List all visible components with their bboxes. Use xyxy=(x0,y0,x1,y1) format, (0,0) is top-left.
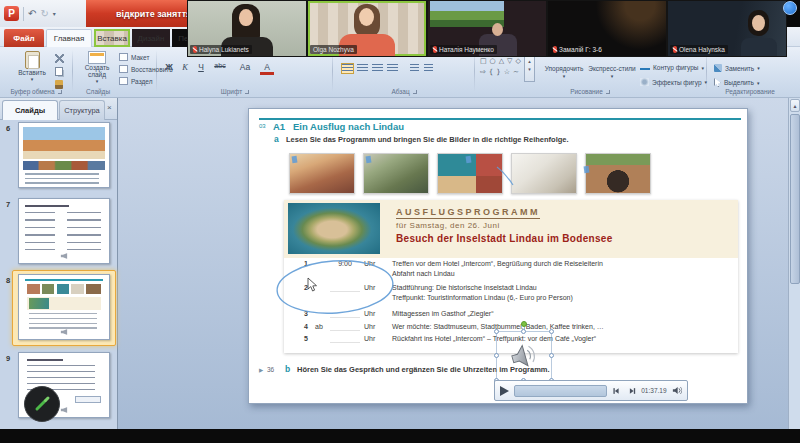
underline-button[interactable]: Ч xyxy=(194,62,208,72)
new-slide-button[interactable]: Создать слайд ▾ xyxy=(76,51,118,84)
row-number: 5 xyxy=(296,334,308,344)
shape-effects-button[interactable]: Эффекты фигур▾ xyxy=(640,78,707,86)
tab-insert[interactable]: Вставка xyxy=(94,29,130,47)
dialog-launcher-icon[interactable] xyxy=(58,90,62,94)
tab-home[interactable]: Главная xyxy=(46,29,92,47)
slide-thumbnail-6[interactable] xyxy=(18,122,110,188)
replace-button[interactable]: Заменить▾ xyxy=(714,64,760,72)
font-color-button[interactable]: A xyxy=(260,62,274,75)
shapes-gallery-scroll[interactable]: ▴ ▾ xyxy=(524,56,535,82)
slide-photo-5[interactable] xyxy=(585,153,651,194)
quick-styles-button[interactable]: Экспресс-стили▾ xyxy=(588,65,636,79)
slide-number: 8 xyxy=(6,276,10,285)
columns-icon[interactable] xyxy=(410,64,419,73)
tab-file[interactable]: Файл xyxy=(4,29,44,47)
dialog-launcher-icon[interactable] xyxy=(606,90,610,94)
dialog-launcher-icon[interactable] xyxy=(245,90,249,94)
italic-button[interactable]: К xyxy=(178,62,192,72)
program-row-1: 1 9:00 Uhr Treffen vor dem Hotel „Interc… xyxy=(296,259,728,278)
play-button[interactable] xyxy=(500,386,509,396)
shapes-gallery-row2[interactable]: ⇨{}☆~ xyxy=(480,68,522,76)
thumbnail-content xyxy=(75,396,101,403)
slide-photo-2[interactable] xyxy=(363,153,429,194)
thumbnail-content xyxy=(29,298,49,309)
slide-photo-1[interactable] xyxy=(289,153,355,194)
meeting-app-button[interactable] xyxy=(783,1,797,15)
participant-video-1[interactable]: Halyna Lukianets xyxy=(188,1,306,56)
seek-back-icon[interactable] xyxy=(612,387,622,395)
gallery-down-icon[interactable]: ▾ xyxy=(528,66,531,72)
editing-group-label: Редактирование xyxy=(708,88,792,95)
resize-handle[interactable] xyxy=(549,353,554,358)
cut-button[interactable] xyxy=(55,54,65,64)
tab-design[interactable]: Дизайн xyxy=(132,29,170,47)
program-date: für Samstag, den 26. Juni xyxy=(396,221,500,230)
tab-slides[interactable]: Слайды xyxy=(2,100,58,120)
shape-outline-button[interactable]: Контур фигуры▾ xyxy=(640,64,704,71)
gallery-up-icon[interactable]: ▴ xyxy=(528,58,531,64)
participant-video-3[interactable]: Наталія Науменко xyxy=(428,1,546,56)
participant-video-5[interactable]: Olena Halynska xyxy=(668,1,786,56)
annotation-chip xyxy=(466,156,472,164)
paste-label: Вставить xyxy=(18,69,46,76)
arrange-button[interactable]: Упорядочить▾ xyxy=(540,65,588,79)
slide-photo-3[interactable] xyxy=(437,153,503,194)
copy-button[interactable] xyxy=(55,67,65,77)
dropdown-icon: ▾ xyxy=(757,80,760,86)
paste-button[interactable]: Вставить ▾ xyxy=(10,51,54,82)
text-direction-icon[interactable] xyxy=(424,64,433,73)
vertical-scrollbar[interactable]: ▲ xyxy=(788,98,800,429)
strikethrough-button[interactable]: abc xyxy=(210,62,230,69)
annotation-pen-button[interactable] xyxy=(24,386,60,422)
undo-icon[interactable]: ↶ xyxy=(28,8,36,19)
volume-icon[interactable] xyxy=(672,386,682,395)
slide-photo-4[interactable] xyxy=(511,153,577,194)
align-right-icon[interactable] xyxy=(372,64,383,73)
row-unit: Uhr xyxy=(364,322,388,332)
slide-thumbnail-7[interactable] xyxy=(18,198,110,264)
redo-icon[interactable]: ↻ xyxy=(40,8,48,19)
thumbnail-content xyxy=(23,161,105,170)
qat-dropdown-icon[interactable]: ▾ xyxy=(53,10,56,17)
close-icon[interactable]: × xyxy=(107,104,112,112)
seek-bar[interactable] xyxy=(514,385,607,397)
participant-avatar xyxy=(752,15,765,31)
scroll-up-icon[interactable]: ▲ xyxy=(790,99,800,112)
select-button[interactable]: Выделить▾ xyxy=(714,78,760,87)
justify-icon[interactable] xyxy=(387,64,398,73)
change-case-button[interactable]: Aa xyxy=(236,62,254,72)
muted-mic-icon xyxy=(673,46,677,53)
seek-forward-icon[interactable] xyxy=(627,387,637,395)
dropdown-icon: ▾ xyxy=(563,73,566,79)
resize-handle[interactable] xyxy=(521,329,526,334)
align-center-icon[interactable] xyxy=(357,64,368,73)
layout-button[interactable]: Макет xyxy=(119,53,149,61)
resize-handle[interactable] xyxy=(494,329,499,334)
thumbnail-content xyxy=(29,313,97,331)
audio-object[interactable] xyxy=(496,331,552,381)
participant-name-badge: Olga Nozhyva xyxy=(310,45,357,54)
slide-canvas[interactable]: 03 A1 Ein Ausflug nach Lindau a Lesen Si… xyxy=(248,108,748,404)
group-divider xyxy=(72,50,73,92)
resize-handle[interactable] xyxy=(494,353,499,358)
row-text: Rückfahrt ins Hotel „Intercom“ – Treffpu… xyxy=(392,334,728,344)
cut-icon xyxy=(55,54,64,63)
bold-button[interactable]: Ж xyxy=(162,62,176,72)
dialog-launcher-icon[interactable] xyxy=(413,90,417,94)
section-button[interactable]: Раздел xyxy=(119,77,152,85)
slide-thumbnail-8-selected[interactable] xyxy=(18,274,110,340)
scrollbar-thumb[interactable] xyxy=(790,114,800,284)
divider xyxy=(23,7,24,21)
participant-video-2-active[interactable]: Olga Nozhyva xyxy=(308,1,426,56)
shapes-gallery-row1[interactable]: □○△▽◇ xyxy=(480,57,524,65)
dropdown-icon: ▾ xyxy=(705,79,708,85)
thumbnail-content xyxy=(67,212,101,250)
row-text: Mittagessen im Gasthof „Ziegler“ xyxy=(392,309,728,319)
row-time-blank xyxy=(330,310,360,318)
participant-video-4[interactable]: Замалій Г: 3-6 xyxy=(548,1,666,56)
align-left-icon[interactable] xyxy=(342,64,353,73)
resize-handle[interactable] xyxy=(549,329,554,334)
participant-name-badge: Halyna Lukianets xyxy=(190,45,252,54)
row-number: 4 xyxy=(296,322,308,332)
tab-outline[interactable]: Структура xyxy=(59,100,105,120)
